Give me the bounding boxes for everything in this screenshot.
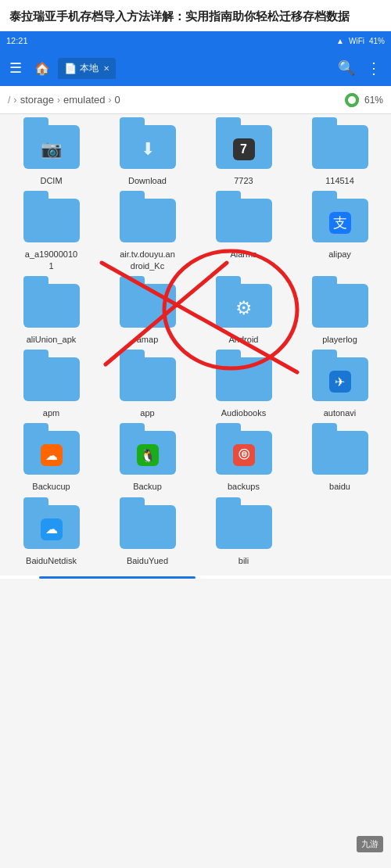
file-item-7723[interactable]: 7 7723 xyxy=(197,120,290,189)
jiuyou-watermark: 九游 xyxy=(357,836,383,852)
apm-label: apm xyxy=(43,407,59,418)
file-grid-container: 📷 DCIM ⬇ Download 7 7723 xyxy=(0,114,391,576)
breadcrumb-root-sep: / xyxy=(8,95,10,106)
article-title: 泰拉瑞亚手机存档导入方法详解：实用指南助你轻松迁移存档数据 xyxy=(9,8,382,24)
storage-percent: 61% xyxy=(364,95,383,106)
storage-badge: 61% xyxy=(343,91,383,109)
tab-label: 本地 xyxy=(80,62,99,75)
breadcrumb-sep-2: › xyxy=(109,95,112,106)
backup-folder-icon: 🐧 xyxy=(137,444,159,466)
file-item-android[interactable]: ⚙ Android xyxy=(197,279,290,348)
file-item-backup[interactable]: 🐧 Backup xyxy=(101,426,194,495)
app-label: app xyxy=(140,407,154,418)
breadcrumb-chevron: › xyxy=(13,94,16,106)
time-display: 12:21 xyxy=(6,36,28,45)
scroll-indicator xyxy=(39,576,196,579)
file-item-airtv[interactable]: air.tv.douyu.android_Kc xyxy=(101,194,194,274)
breadcrumb-bar: / › storage › emulated › 0 61% xyxy=(0,86,391,114)
aliunion-label: aliUnion_apk xyxy=(27,334,77,345)
dcim-folder-icon: 📷 xyxy=(41,139,62,160)
file-item-apm[interactable]: apm xyxy=(5,353,98,421)
more-options-icon[interactable]: ⋮ xyxy=(361,54,386,82)
backups-label: backups xyxy=(228,481,260,492)
file-item-bili[interactable]: bili xyxy=(197,500,290,569)
autonavi-folder-icon: ✈ xyxy=(329,371,351,393)
download-folder-icon: ⬇ xyxy=(141,139,155,160)
alarms-label: Alarms xyxy=(230,249,256,260)
file-item-autonavi[interactable]: ✈ autonavi xyxy=(293,353,386,421)
file-item-backups[interactable]: ⓔ backups xyxy=(197,426,290,495)
tab-close-icon[interactable]: ✕ xyxy=(103,64,109,73)
android-folder-icon: ⚙ xyxy=(235,297,253,319)
watermark-text: 九游 xyxy=(361,839,378,848)
baidunetdisk-folder-icon: ☁ xyxy=(41,518,63,540)
local-tab[interactable]: 📄 本地 ✕ xyxy=(58,58,116,79)
file-item-app[interactable]: app xyxy=(101,353,194,421)
battery-display: 41% xyxy=(369,37,385,45)
7723-folder-icon: 7 xyxy=(233,138,255,160)
nav-actions: 🔍 ⋮ xyxy=(333,54,386,82)
aa-label: a_a190000101 xyxy=(23,249,80,271)
file-item-download[interactable]: ⬇ Download xyxy=(101,120,194,189)
baidu-label: baidu xyxy=(329,481,350,492)
download-label: Download xyxy=(128,175,167,186)
amap-label: amap xyxy=(137,334,159,345)
alipay-label: alipay xyxy=(328,249,351,260)
file-item-alipay[interactable]: 支 alipay xyxy=(293,194,386,274)
114514-label: 114514 xyxy=(325,175,354,186)
navigation-bar: ☰ 🏠 📄 本地 ✕ 🔍 ⋮ xyxy=(0,50,391,86)
backups-folder-icon: ⓔ xyxy=(233,444,255,466)
file-item-aliunion[interactable]: aliUnion_apk xyxy=(5,279,98,348)
android-label: Android xyxy=(229,334,259,345)
wifi-icon: WiFi xyxy=(349,37,364,45)
file-item-baiduyued[interactable]: BaiduYued xyxy=(101,500,194,569)
file-item-baidu[interactable]: baidu xyxy=(293,426,386,495)
playerlog-label: playerlog xyxy=(322,334,357,345)
7723-label: 7723 xyxy=(234,175,253,186)
baidunetdisk-label: BaiduNetdisk xyxy=(26,555,77,566)
file-item-baidunetdisk[interactable]: ☁ BaiduNetdisk xyxy=(5,500,98,569)
status-left: 12:21 xyxy=(6,36,28,45)
status-bar: 12:21 ▲ WiFi 41% xyxy=(0,31,391,50)
airtv-label: air.tv.douyu.android_Kc xyxy=(120,249,176,271)
signal-icon: ▲ xyxy=(336,37,344,45)
file-item-114514[interactable]: 114514 xyxy=(293,120,386,189)
tab-file-icon: 📄 xyxy=(64,63,77,74)
breadcrumb-emulated[interactable]: emulated xyxy=(63,94,105,106)
file-item-alarms[interactable]: Alarms xyxy=(197,194,290,274)
file-item-aa[interactable]: a_a190000101 xyxy=(5,194,98,274)
home-icon[interactable]: 🏠 xyxy=(30,56,55,81)
file-item-dcim[interactable]: 📷 DCIM xyxy=(5,120,98,189)
file-item-amap[interactable]: amap xyxy=(101,279,194,348)
breadcrumb-0[interactable]: 0 xyxy=(115,94,120,106)
svg-point-1 xyxy=(348,96,356,104)
status-right: ▲ WiFi 41% xyxy=(336,37,385,45)
storage-pie-chart xyxy=(343,91,361,109)
file-grid: 📷 DCIM ⬇ Download 7 7723 xyxy=(0,114,391,576)
alipay-folder-icon: 支 xyxy=(329,212,351,234)
backucup-folder-icon: ☁ xyxy=(41,444,63,466)
breadcrumb-sep-1: › xyxy=(57,95,60,106)
menu-icon[interactable]: ☰ xyxy=(5,55,27,81)
backucup-label: Backucup xyxy=(32,481,70,492)
file-item-audiobooks[interactable]: Audiobooks xyxy=(197,353,290,421)
search-icon[interactable]: 🔍 xyxy=(333,55,360,81)
baiduyued-label: BaiduYued xyxy=(127,555,168,566)
bottom-bar xyxy=(0,576,391,579)
backup-label: Backup xyxy=(133,481,162,492)
audiobooks-label: Audiobooks xyxy=(221,407,267,418)
file-item-backucup[interactable]: ☁ Backucup xyxy=(5,426,98,495)
bili-label: bili xyxy=(239,555,249,566)
article-header: 泰拉瑞亚手机存档导入方法详解：实用指南助你轻松迁移存档数据 xyxy=(0,0,391,31)
file-item-playerlog[interactable]: playerlog xyxy=(293,279,386,348)
breadcrumb-storage[interactable]: storage xyxy=(20,94,54,106)
autonavi-label: autonavi xyxy=(324,407,357,418)
dcim-label: DCIM xyxy=(40,175,62,186)
